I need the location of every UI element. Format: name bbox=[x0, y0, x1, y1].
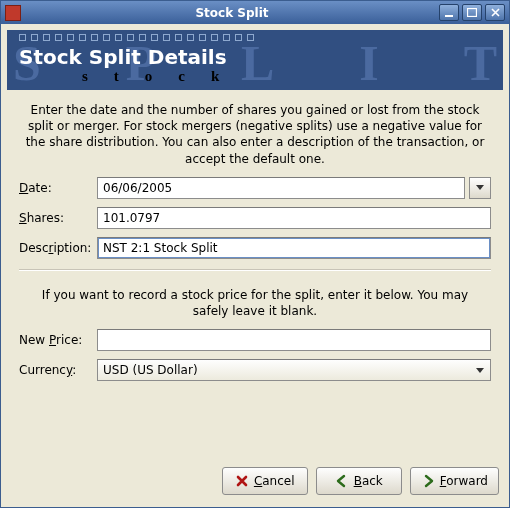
back-button[interactable]: Back bbox=[316, 467, 402, 495]
window: Stock Split SPLIT stock Stock Split Deta… bbox=[0, 0, 510, 508]
maximize-button[interactable] bbox=[462, 4, 482, 21]
new-price-input[interactable] bbox=[97, 329, 491, 351]
content: SPLIT stock Stock Split Details Enter th… bbox=[1, 24, 509, 507]
svg-rect-1 bbox=[468, 9, 477, 17]
button-bar: Cancel Back Forward bbox=[1, 457, 509, 507]
banner-headline: Stock Split Details bbox=[19, 45, 227, 69]
window-title: Stock Split bbox=[25, 6, 439, 20]
shares-input[interactable] bbox=[97, 207, 491, 229]
description-label: Description: bbox=[19, 241, 97, 255]
date-input[interactable] bbox=[97, 177, 465, 199]
currency-combo[interactable]: USD (US Dollar) bbox=[97, 359, 491, 381]
cancel-label: ancel bbox=[262, 474, 294, 488]
instructions-top: Enter the date and the number of shares … bbox=[19, 102, 491, 177]
description-input[interactable] bbox=[97, 237, 491, 259]
form-area: Enter the date and the number of shares … bbox=[1, 90, 509, 457]
titlebar[interactable]: Stock Split bbox=[1, 1, 509, 24]
cancel-icon bbox=[235, 474, 249, 488]
minimize-button[interactable] bbox=[439, 4, 459, 21]
banner: SPLIT stock Stock Split Details bbox=[7, 30, 503, 90]
new-price-label: New Price: bbox=[19, 333, 97, 347]
close-button[interactable] bbox=[485, 4, 505, 21]
chevron-down-icon bbox=[476, 368, 484, 373]
date-picker-button[interactable] bbox=[469, 177, 491, 199]
chevron-down-icon bbox=[476, 185, 484, 190]
forward-button[interactable]: Forward bbox=[410, 467, 499, 495]
instructions-bottom: If you want to record a stock price for … bbox=[19, 281, 491, 329]
shares-label: Shares: bbox=[19, 211, 97, 225]
currency-value: USD (US Dollar) bbox=[103, 363, 198, 377]
back-label: ack bbox=[362, 474, 383, 488]
forward-label: orward bbox=[446, 474, 488, 488]
separator bbox=[19, 269, 491, 271]
currency-label: Currency: bbox=[19, 363, 97, 377]
forward-icon bbox=[421, 474, 435, 488]
svg-rect-0 bbox=[445, 15, 453, 17]
cancel-button[interactable]: Cancel bbox=[222, 467, 308, 495]
banner-subword: stock bbox=[82, 68, 245, 85]
back-icon bbox=[335, 474, 349, 488]
currency-dropdown-button[interactable] bbox=[470, 360, 490, 380]
app-icon bbox=[5, 5, 21, 21]
date-label: Date: bbox=[19, 181, 97, 195]
banner-squares bbox=[19, 34, 254, 41]
